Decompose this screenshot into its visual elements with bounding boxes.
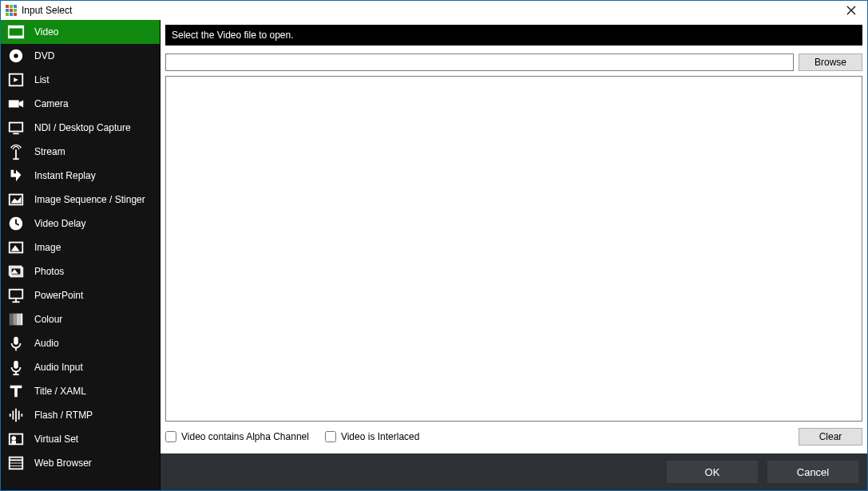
interlaced-checkbox-label[interactable]: Video is Interlaced (325, 431, 420, 442)
title-icon (6, 381, 26, 402)
sidebar-item-virtual-set[interactable]: Virtual Set (1, 427, 160, 451)
svg-rect-7 (10, 13, 13, 16)
svg-rect-19 (10, 123, 23, 132)
svg-rect-0 (6, 5, 9, 8)
image-icon (6, 237, 26, 258)
replay-icon (6, 165, 26, 186)
svg-rect-49 (12, 441, 17, 445)
svg-marker-26 (11, 245, 20, 251)
titlebar: Input Select (1, 1, 867, 20)
path-row: Browse (161, 49, 867, 73)
sidebar-item-powerpoint[interactable]: PowerPoint (1, 283, 160, 307)
alpha-channel-checkbox[interactable] (165, 431, 176, 442)
svg-rect-17 (9, 100, 19, 107)
sidebar-item-audio-input[interactable]: Audio Input (1, 355, 160, 379)
alpha-channel-text: Video contains Alpha Channel (181, 431, 309, 442)
app-icon (4, 3, 18, 18)
sidebar-item-label: Virtual Set (34, 434, 78, 445)
interlaced-text: Video is Interlaced (341, 431, 420, 442)
browse-button[interactable]: Browse (799, 53, 862, 71)
sidebar-item-label: Image (34, 242, 61, 253)
sidebar-item-label: Audio (34, 338, 59, 349)
svg-point-48 (12, 436, 17, 441)
sidebar-item-video-delay[interactable]: Video Delay (1, 212, 160, 236)
sidebar: Video DVD List Camera (1, 20, 161, 490)
sidebar-item-title[interactable]: Title / XAML (1, 379, 160, 403)
sidebar-item-label: List (34, 74, 50, 85)
svg-rect-1 (10, 5, 13, 8)
sidebar-item-web-browser[interactable]: Web Browser (1, 451, 160, 475)
svg-rect-3 (6, 9, 9, 12)
svg-rect-4 (10, 9, 13, 12)
main-panel: Select the Video file to open. Browse Vi… (161, 20, 867, 490)
window: Input Select Video DVD (0, 0, 868, 491)
image-sequence-icon (6, 189, 26, 210)
instruction-text: Select the Video file to open. (172, 30, 294, 41)
sidebar-item-audio[interactable]: Audio (1, 331, 160, 355)
footer: OK Cancel (161, 453, 867, 490)
svg-rect-10 (9, 26, 23, 29)
sidebar-item-camera[interactable]: Camera (1, 92, 160, 116)
svg-marker-16 (14, 77, 18, 82)
presentation-icon (6, 285, 26, 306)
cancel-button[interactable]: Cancel (767, 460, 859, 484)
sidebar-item-label: Flash / RTMP (34, 410, 93, 421)
ok-button[interactable]: OK (666, 460, 759, 484)
video-clip-icon (6, 22, 26, 42)
sidebar-item-ndi[interactable]: NDI / Desktop Capture (1, 116, 160, 140)
sidebar-item-label: Web Browser (34, 457, 92, 469)
svg-rect-5 (14, 9, 17, 12)
list-play-icon (6, 69, 26, 90)
camera-icon (6, 93, 26, 114)
colour-bars-icon (6, 309, 26, 330)
close-button[interactable] (835, 1, 867, 20)
sidebar-item-label: Title / XAML (34, 386, 86, 397)
sidebar-item-label: Camera (34, 98, 69, 109)
svg-marker-12 (14, 30, 19, 34)
microphone-input-icon (6, 357, 26, 378)
svg-marker-24 (11, 196, 22, 203)
sidebar-item-label: Image Sequence / Stinger (34, 194, 145, 205)
sidebar-item-image-sequence[interactable]: Image Sequence / Stinger (1, 188, 160, 212)
sidebar-item-instant-replay[interactable]: Instant Replay (1, 164, 160, 188)
antenna-icon (6, 141, 26, 162)
window-title: Input Select (22, 5, 835, 16)
svg-rect-2 (14, 5, 17, 8)
sidebar-item-flash[interactable]: Flash / RTMP (1, 403, 160, 427)
file-path-input[interactable] (165, 53, 794, 71)
sidebar-item-list[interactable]: List (1, 68, 160, 92)
svg-rect-34 (13, 314, 17, 326)
svg-rect-37 (14, 337, 18, 345)
svg-rect-39 (14, 361, 18, 369)
sidebar-item-label: Audio Input (34, 362, 83, 373)
sidebar-item-video[interactable]: Video (1, 20, 160, 44)
sidebar-item-stream[interactable]: Stream (1, 140, 160, 164)
svg-rect-33 (10, 314, 14, 326)
sidebar-item-colour[interactable]: Colour (1, 307, 160, 331)
sidebar-item-dvd[interactable]: DVD (1, 44, 160, 68)
sidebar-item-image[interactable]: Image (1, 236, 160, 259)
svg-rect-8 (14, 13, 17, 16)
interlaced-checkbox[interactable] (325, 431, 336, 442)
svg-marker-29 (11, 269, 18, 274)
sidebar-item-label: Video Delay (34, 218, 86, 229)
monitor-icon (6, 117, 26, 138)
sidebar-item-label: Video (34, 26, 58, 38)
window-body: Video DVD List Camera (1, 20, 867, 490)
instruction-bar: Select the Video file to open. (165, 25, 862, 46)
alpha-channel-checkbox-label[interactable]: Video contains Alpha Channel (165, 431, 309, 442)
browser-icon (6, 453, 26, 473)
sidebar-item-label: Photos (34, 266, 64, 277)
sidebar-item-label: Stream (34, 146, 65, 157)
svg-rect-35 (17, 314, 21, 326)
photos-icon (6, 261, 26, 282)
sidebar-item-label: PowerPoint (34, 290, 83, 301)
file-list-area[interactable] (165, 76, 862, 422)
sidebar-item-photos[interactable]: Photos (1, 259, 160, 283)
svg-marker-18 (19, 100, 23, 107)
clear-button[interactable]: Clear (799, 428, 862, 445)
clock-icon (6, 213, 26, 234)
sidebar-item-label: NDI / Desktop Capture (34, 122, 131, 133)
waveform-icon (6, 405, 26, 426)
svg-point-14 (14, 53, 18, 58)
